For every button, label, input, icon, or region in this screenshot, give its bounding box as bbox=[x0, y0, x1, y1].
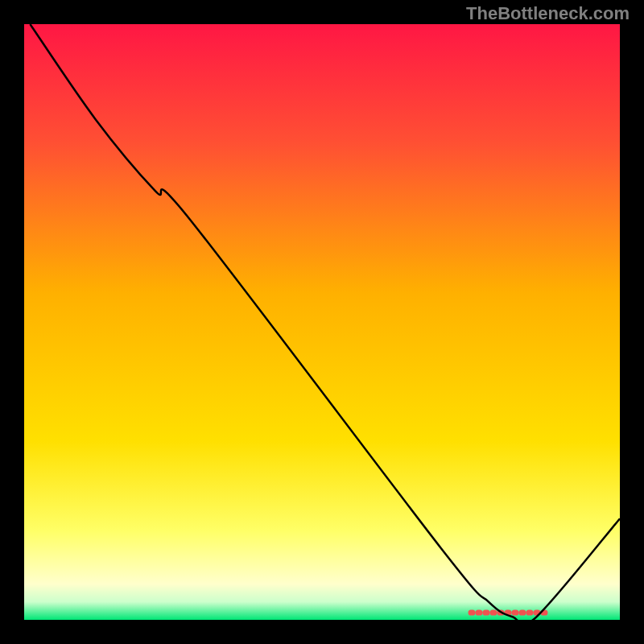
gradient-background bbox=[24, 24, 620, 620]
plot-area bbox=[24, 24, 620, 620]
watermark-text: TheBottleneck.com bbox=[466, 3, 630, 24]
chart-container: TheBottleneck.com bbox=[0, 0, 644, 644]
chart-svg bbox=[24, 24, 620, 620]
